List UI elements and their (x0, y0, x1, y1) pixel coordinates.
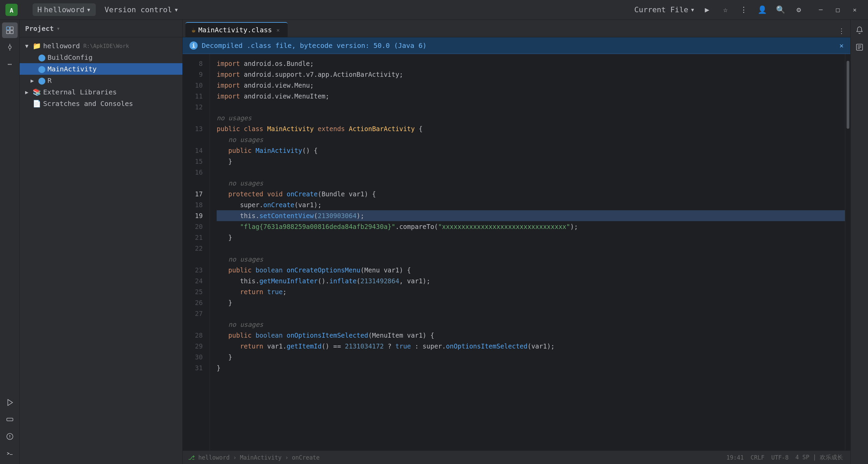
search-button[interactable]: 🔍 (774, 4, 786, 16)
bookmark-icon: ☆ (723, 5, 727, 14)
run-icon: ▶ (705, 5, 709, 14)
line-num-11: 11 (195, 91, 203, 102)
code-line-26: } (217, 297, 845, 308)
code-line-27 (217, 308, 845, 319)
gear-icon: ⚙ (796, 5, 801, 14)
svg-text:A: A (10, 7, 14, 14)
code-content[interactable]: import android.os.Bundle; import android… (210, 54, 845, 450)
git-branch-icon: ⎇ (188, 454, 195, 461)
tree-item-scratches[interactable]: ▶ 📄 Scratches and Consoles (20, 98, 182, 109)
line-num-nousage2: . (199, 134, 203, 145)
current-file-label: Current File (634, 5, 688, 14)
tree-item-buildconfig[interactable]: ▶ ⬤ BuildConfig (20, 52, 182, 63)
line-num-nousage1: . (199, 112, 203, 123)
status-time[interactable]: 19:41 (724, 453, 746, 462)
tree-item-helloword[interactable]: ▼ 📁 helloword R:\ApkIDE\Work (20, 40, 182, 52)
line-num-21: 21 (195, 232, 203, 243)
scroll-thumb[interactable] (847, 61, 849, 129)
tree-item-R[interactable]: ▶ ⬤ R (20, 75, 182, 86)
line-num-24: 24 (195, 275, 203, 286)
editor-scrollbar[interactable] (845, 54, 850, 450)
project-icon: H (37, 5, 42, 14)
svg-rect-2 (6, 27, 10, 30)
more-options-button[interactable]: ⋮ (738, 4, 750, 16)
close-button[interactable]: ✕ (847, 4, 863, 16)
tab-more-button[interactable]: ⋮ (835, 25, 848, 37)
status-separator-2: › (285, 454, 288, 461)
search-icon: 🔍 (776, 5, 785, 14)
run-button[interactable]: ▶ (701, 4, 713, 16)
project-dropdown[interactable]: H helloword ▾ (33, 3, 96, 16)
status-left: ⎇ helloword › MainActivity › onCreate (188, 453, 322, 462)
code-line-9: import android.support.v7.app.ActionBarA… (217, 69, 845, 80)
status-encoding[interactable]: UTF-8 (769, 453, 791, 462)
status-time-label: 19:41 (726, 454, 744, 461)
vcs-chevron-icon: ▾ (174, 5, 178, 14)
info-close-button[interactable]: ✕ (839, 41, 844, 50)
code-line-28: public boolean onOptionsItemSelected(Men… (217, 330, 845, 341)
right-icon-notifications[interactable] (852, 22, 867, 38)
tree-item-external[interactable]: ▶ 📚 External Libraries (20, 86, 182, 98)
status-extra-label: 4 SP | 欢乐成长 (795, 453, 843, 461)
code-line-20: "flag{7631a988259a00816deda84afb29430a}"… (217, 221, 845, 232)
code-line-29: return var1.getItemId() == 2131034172 ? … (217, 341, 845, 352)
right-icon-git-changes[interactable] (852, 39, 867, 55)
code-line-31: } (217, 362, 845, 373)
code-line-24: this.getMenuInflater().inflate(213149286… (217, 275, 845, 286)
more-dots-icon: ⋯ (7, 60, 12, 68)
svg-rect-5 (10, 31, 13, 34)
svg-marker-9 (8, 399, 13, 406)
line-numbers: 8 9 10 11 12 . 13 . 14 15 16 . 17 18 19 … (183, 54, 210, 450)
status-class[interactable]: MainActivity (238, 453, 284, 462)
tab-close-mainactivity[interactable]: ✕ (275, 26, 282, 33)
tree-item-mainactivity[interactable]: ▶ ⬤ MainActivity (20, 63, 182, 75)
sidebar-icon-commits[interactable] (2, 39, 18, 55)
svg-point-13 (10, 438, 10, 438)
code-editor[interactable]: 8 9 10 11 12 . 13 . 14 15 16 . 17 18 19 … (183, 54, 850, 450)
maximize-button[interactable]: □ (830, 4, 846, 16)
sidebar-icon-problems[interactable] (2, 429, 18, 444)
code-line-nousage3: no usages (217, 178, 845, 189)
status-method[interactable]: onCreate (290, 453, 322, 462)
code-line-23: public boolean onCreateOptionsMenu(Menu … (217, 265, 845, 275)
sidebar-icon-git[interactable] (2, 412, 18, 427)
line-num-26: 26 (195, 297, 203, 308)
scratches-icon: 📄 (33, 100, 41, 108)
line-num-27: 27 (195, 308, 203, 319)
sidebar-icon-more[interactable]: ⋯ (2, 56, 18, 72)
status-line-ending-label: CRLF (751, 454, 764, 461)
tab-icon-mainactivity: ☕ (192, 26, 196, 34)
bookmark-button[interactable]: ☆ (719, 4, 731, 16)
vcs-dropdown[interactable]: Version control ▾ (100, 3, 183, 16)
settings-button[interactable]: ⚙ (793, 4, 805, 16)
line-num-25: 25 (195, 286, 203, 297)
tree-label-R: R (48, 76, 52, 85)
class-icon-mainactivity: ⬤ (38, 65, 46, 73)
line-num-14: 14 (195, 145, 203, 156)
current-file-chevron-icon: ▾ (690, 5, 695, 14)
sidebar-icon-project[interactable] (2, 22, 18, 38)
more-icon: ⋮ (740, 5, 747, 14)
status-line-ending[interactable]: CRLF (748, 453, 766, 462)
line-num-16: 16 (195, 167, 203, 178)
right-icon-bar (850, 20, 868, 464)
window-controls: ─ □ ✕ (813, 4, 863, 16)
code-line-11: import android.view.MenuItem; (217, 91, 845, 102)
line-num-23: 23 (195, 265, 203, 275)
sidebar-icon-run[interactable] (2, 395, 18, 410)
line-num-12: 12 (195, 102, 203, 112)
project-panel-header: Project ▾ (20, 20, 182, 37)
user-button[interactable]: 👤 (756, 4, 768, 16)
status-project-label: helloword (198, 454, 230, 461)
tree-arrow-external: ▶ (25, 89, 31, 95)
minimize-button[interactable]: ─ (813, 4, 829, 16)
status-project[interactable]: helloword (196, 453, 232, 462)
hamburger-menu[interactable] (22, 8, 29, 11)
line-num-nousage4: . (199, 254, 203, 265)
line-num-nousage3: . (199, 178, 203, 189)
status-extra[interactable]: 4 SP | 欢乐成长 (793, 453, 845, 462)
tab-mainactivity[interactable]: ☕ MainActivity.class ✕ (185, 22, 288, 37)
sidebar-icon-terminal[interactable] (2, 446, 18, 461)
current-file-btn[interactable]: Current File ▾ (634, 5, 695, 14)
editor-area: ☕ MainActivity.class ✕ ⋮ i Decompiled .c… (183, 20, 850, 464)
